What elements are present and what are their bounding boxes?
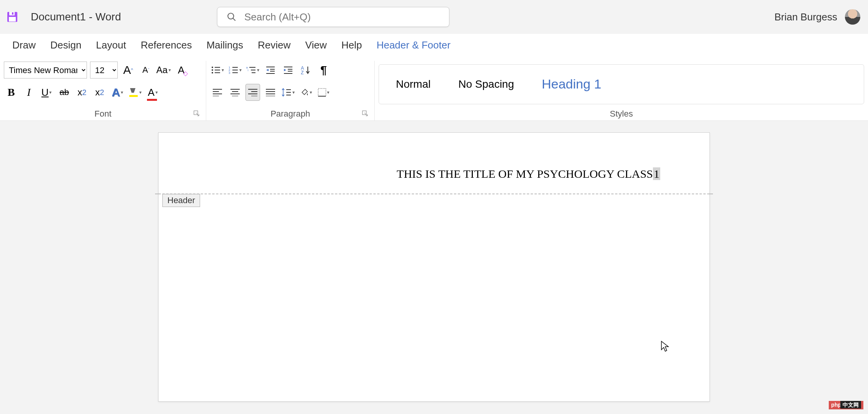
svg-text:i: i [248, 69, 249, 72]
styles-gallery[interactable]: Normal No Spacing Heading 1 [379, 64, 864, 104]
search-icon [227, 12, 237, 22]
borders-icon [318, 88, 326, 97]
borders-button[interactable]: ▾ [316, 84, 331, 101]
justify-button[interactable] [263, 84, 278, 101]
numbering-icon: 123 [229, 66, 239, 74]
italic-button[interactable]: I [22, 84, 36, 101]
clear-formatting-button[interactable]: A◇ [174, 62, 189, 78]
sort-icon: AZ [301, 65, 311, 75]
subscript-button[interactable]: x2 [75, 84, 89, 101]
style-no-spacing[interactable]: No Spacing [444, 65, 528, 104]
ribbon-tabs: Draw Design Layout References Mailings R… [0, 34, 868, 56]
shrink-font-button[interactable]: Aˇ [139, 62, 153, 78]
svg-point-12 [212, 72, 213, 73]
paragraph-group-label: Paragraph [210, 107, 371, 120]
svg-point-4 [228, 13, 234, 19]
line-spacing-button[interactable]: ▾ [281, 84, 295, 101]
tab-design[interactable]: Design [50, 39, 82, 51]
bold-button[interactable]: B [4, 84, 18, 101]
align-center-button[interactable] [228, 84, 242, 101]
tab-view[interactable]: View [305, 39, 327, 51]
font-color-button[interactable]: A ▾ [145, 84, 160, 101]
strikethrough-button[interactable]: ab [57, 84, 72, 101]
header-label-tab: Header [162, 194, 200, 207]
font-group-label: Font [4, 107, 202, 120]
search-box[interactable] [217, 7, 449, 27]
underline-button[interactable]: U▾ [39, 84, 54, 101]
save-icon[interactable] [6, 11, 18, 23]
svg-rect-54 [318, 88, 326, 96]
styles-group-label: Styles [379, 107, 864, 120]
header-title-text[interactable]: THIS IS THE TITLE OF MY PSYCHOLOGY CLASS [397, 167, 653, 180]
watermark: php中文网 [829, 401, 863, 409]
svg-rect-3 [9, 17, 16, 22]
tab-review[interactable]: Review [258, 39, 290, 51]
align-left-button[interactable] [210, 84, 225, 101]
header-content[interactable]: THIS IS THE TITLE OF MY PSYCHOLOGY CLASS… [159, 133, 709, 180]
bullets-button[interactable]: ▾ [210, 62, 225, 78]
header-page-number[interactable]: 1 [653, 167, 660, 180]
mouse-cursor-icon [661, 341, 669, 355]
svg-rect-6 [129, 95, 138, 97]
indent-icon [283, 66, 293, 74]
title-bar: Document1 - Word Brian Burgess [0, 0, 868, 34]
grow-font-button[interactable]: A^ [121, 62, 135, 78]
tab-draw[interactable]: Draw [12, 39, 36, 51]
page[interactable]: THIS IS THE TITLE OF MY PSYCHOLOGY CLASS… [158, 132, 710, 402]
tab-layout[interactable]: Layout [96, 39, 126, 51]
superscript-button[interactable]: x2 [92, 84, 107, 101]
search-input[interactable] [244, 11, 440, 23]
style-normal[interactable]: Normal [382, 65, 444, 104]
svg-point-10 [212, 69, 213, 71]
shading-button[interactable]: ▾ [299, 84, 313, 101]
paragraph-dialog-launcher-icon[interactable] [362, 109, 368, 119]
align-right-button[interactable] [245, 84, 260, 101]
tab-help[interactable]: Help [341, 39, 362, 51]
svg-text:a: a [246, 66, 248, 69]
show-marks-button[interactable]: ¶ [316, 62, 331, 78]
paint-bucket-icon [300, 88, 309, 97]
user-name: Brian Burgess [775, 11, 837, 23]
multilevel-list-button[interactable]: ai ▾ [245, 62, 260, 78]
avatar[interactable] [845, 9, 860, 25]
header-boundary: Header [159, 194, 709, 194]
document-canvas: THIS IS THE TITLE OF MY PSYCHOLOGY CLASS… [0, 121, 868, 414]
tab-mailings[interactable]: Mailings [207, 39, 243, 51]
font-group: Times New Roman 12 A^ Aˇ Aa▾ A◇ B I U▾ a… [0, 61, 206, 120]
change-case-button[interactable]: Aa▾ [156, 62, 171, 78]
tab-references[interactable]: References [141, 39, 192, 51]
svg-point-8 [212, 67, 213, 68]
multilevel-icon: ai [246, 66, 256, 74]
bullets-icon [211, 66, 221, 74]
tab-header-footer[interactable]: Header & Footer [377, 39, 451, 51]
outdent-icon [265, 66, 275, 74]
style-heading-1[interactable]: Heading 1 [528, 65, 615, 104]
font-size-select[interactable]: 12 [90, 62, 118, 78]
increase-indent-button[interactable] [281, 62, 295, 78]
svg-rect-2 [12, 12, 13, 15]
svg-line-5 [233, 18, 235, 21]
svg-text:3: 3 [229, 71, 230, 74]
sort-button[interactable]: AZ [299, 62, 313, 78]
text-effects-button[interactable]: A▾ [110, 84, 125, 101]
document-title: Document1 - Word [31, 11, 121, 23]
paragraph-group: ▾ 123 ▾ ai ▾ AZ ¶ [206, 61, 375, 120]
highlight-button[interactable]: ▾ [128, 84, 142, 101]
ribbon: Times New Roman 12 A^ Aˇ Aa▾ A◇ B I U▾ a… [0, 56, 868, 121]
svg-text:Z: Z [301, 70, 304, 75]
numbering-button[interactable]: 123 ▾ [228, 62, 242, 78]
font-name-select[interactable]: Times New Roman [4, 62, 87, 78]
decrease-indent-button[interactable] [263, 62, 278, 78]
styles-group: Normal No Spacing Heading 1 Styles [375, 61, 868, 120]
user-area[interactable]: Brian Burgess [775, 9, 860, 25]
line-spacing-icon [282, 88, 292, 97]
font-dialog-launcher-icon[interactable] [194, 109, 200, 119]
